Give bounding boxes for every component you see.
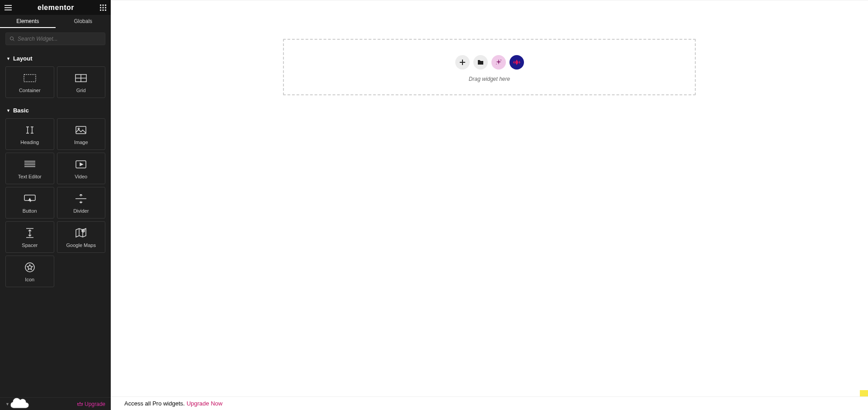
template-library-button[interactable] [473, 55, 488, 70]
widget-icon[interactable]: Icon [5, 256, 54, 287]
spacer-icon [25, 226, 34, 240]
map-icon [75, 226, 86, 240]
widget-video[interactable]: Video [57, 153, 106, 184]
svg-point-31 [500, 60, 501, 61]
svg-rect-15 [76, 126, 86, 134]
upgrade-text: Upgrade [85, 401, 105, 407]
menu-icon[interactable] [5, 5, 12, 10]
widget-label: Divider [73, 208, 89, 214]
upgrade-link[interactable]: Upgrade [77, 401, 105, 407]
widget-text-editor[interactable]: Text Editor [5, 153, 54, 184]
folder-icon [477, 60, 484, 65]
tab-elements[interactable]: Elements [0, 15, 56, 28]
svg-rect-8 [105, 9, 106, 11]
widget-heading[interactable]: Heading [5, 118, 54, 150]
brand-icon [513, 60, 520, 65]
section-basic[interactable]: ▼ Basic [0, 102, 111, 118]
svg-rect-3 [100, 7, 101, 8]
widget-google-maps[interactable]: Google Maps [57, 221, 106, 253]
widget-grid[interactable]: Grid [57, 66, 106, 98]
widget-label: Video [75, 174, 87, 179]
crown-icon [77, 402, 83, 406]
brand-action-button[interactable] [509, 55, 524, 70]
plus-icon [459, 59, 466, 65]
svg-line-10 [13, 40, 14, 41]
dropzone-hint: Drag widget here [469, 76, 510, 82]
add-section-button[interactable] [455, 55, 470, 70]
text-editor-icon [24, 158, 35, 171]
video-icon [75, 158, 86, 171]
heading-icon [24, 123, 35, 137]
ai-button[interactable] [491, 55, 506, 70]
brand-logo: elementor [38, 4, 74, 12]
widget-button[interactable]: Button [5, 187, 54, 219]
apps-icon[interactable] [100, 5, 106, 11]
tab-globals[interactable]: Globals [56, 15, 111, 28]
widget-label: Button [23, 208, 37, 214]
button-icon [24, 192, 36, 205]
sparkle-icon [495, 59, 502, 65]
bottom-promo-bar: Access all Pro widgets. Upgrade Now [111, 396, 868, 410]
svg-rect-2 [105, 5, 106, 6]
caret-down-icon: ▼ [6, 56, 10, 61]
widget-label: Container [19, 88, 41, 93]
widget-image[interactable]: Image [57, 118, 106, 150]
svg-rect-5 [105, 7, 106, 8]
section-layout[interactable]: ▼ Layout [0, 50, 111, 66]
widget-label: Heading [20, 140, 39, 145]
widget-divider[interactable]: Divider [57, 187, 106, 219]
container-icon [24, 71, 36, 85]
search-icon [9, 36, 15, 42]
search-input-wrapper[interactable] [5, 33, 105, 45]
dropzone[interactable]: Drag widget here [283, 39, 696, 95]
section-title-text: Basic [13, 107, 29, 114]
search-input[interactable] [18, 36, 101, 42]
caret-down-icon: ▼ [6, 108, 10, 113]
svg-rect-1 [103, 5, 104, 6]
canvas: Drag widget here Access all Pro widgets.… [111, 0, 868, 410]
image-icon [75, 123, 86, 137]
widget-label: Image [74, 140, 88, 145]
svg-point-9 [10, 37, 14, 40]
widget-label: Grid [76, 88, 86, 93]
highlight-marker [860, 390, 868, 396]
upgrade-now-link[interactable]: Upgrade Now [187, 400, 223, 407]
svg-rect-6 [100, 9, 101, 11]
widget-label: Icon [25, 277, 34, 282]
widgets-panel: ▼ Layout Container Grid [0, 50, 111, 397]
widget-label: Google Maps [66, 242, 96, 248]
panel-tabs: Elements Globals [0, 15, 111, 28]
svg-point-26 [83, 230, 84, 231]
svg-rect-7 [103, 9, 104, 11]
svg-rect-11 [24, 75, 36, 82]
canvas-topbar [111, 0, 868, 14]
svg-point-32 [496, 64, 497, 65]
svg-text:Pro: Pro [10, 402, 18, 407]
widget-label: Spacer [22, 242, 38, 248]
grid-icon [75, 71, 87, 85]
svg-rect-4 [103, 7, 104, 8]
divider-icon [75, 192, 86, 205]
sidebar: elementor Elements Globals ▼ Layout [0, 0, 111, 410]
widget-spacer[interactable]: Spacer [5, 221, 54, 253]
widget-container[interactable]: Container [5, 66, 54, 98]
promo-text: Access all Pro widgets. [124, 400, 185, 407]
widget-label: Text Editor [18, 174, 42, 179]
sidebar-footer: ▼ Pro Upgrade [0, 397, 111, 410]
star-icon [25, 261, 35, 274]
section-title-text: Layout [13, 55, 33, 62]
pro-badge: ▼ Pro [5, 401, 21, 407]
svg-rect-0 [100, 5, 101, 6]
sidebar-header: elementor [0, 0, 111, 15]
